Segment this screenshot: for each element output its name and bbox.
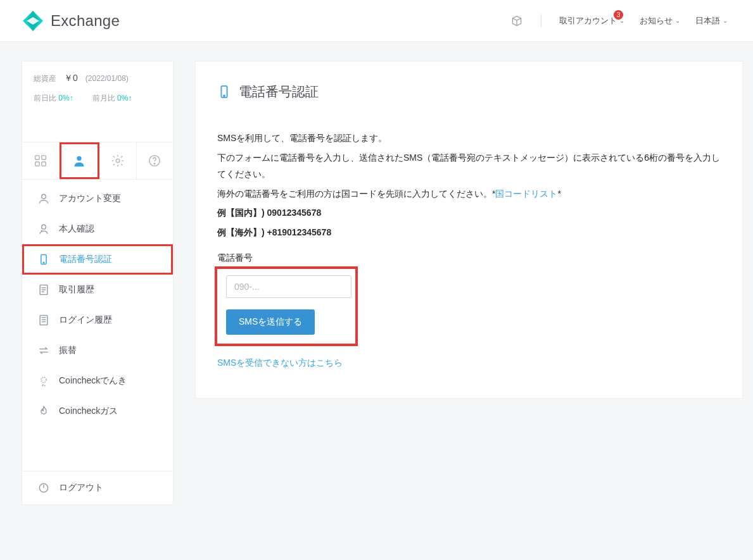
sidebar-item-transfer[interactable]: 振替 (22, 335, 173, 366)
brand-title: Exchange (51, 12, 120, 30)
sidebar-item-label: Coincheckでんき (59, 375, 127, 387)
dod: 前日比 0%↑ (34, 93, 73, 104)
svg-point-20 (224, 96, 225, 97)
phone-icon (217, 83, 231, 101)
svg-rect-4 (42, 156, 46, 159)
chevron-down-icon: ⌄ (675, 17, 680, 24)
sidebar-item-phone-auth[interactable]: 電話番号認証 (22, 244, 173, 275)
grid-icon (34, 154, 47, 168)
example-domestic: 例【国内】) 09012345678 (217, 204, 721, 221)
example-overseas: 例【海外】) +819012345678 (217, 224, 721, 241)
phone-icon (37, 253, 50, 266)
header: Exchange 取引アカウント ⌄ 3 お知らせ ⌄ 日本語 ⌄ (0, 0, 753, 42)
sidebar-item-login-history[interactable]: ログイン履歴 (22, 305, 173, 335)
svg-point-12 (42, 225, 46, 229)
sidebar-item-label: 本人確認 (59, 223, 94, 235)
balance-value: ￥0 (64, 73, 78, 84)
tab-help[interactable] (137, 142, 174, 179)
balance-label: 総資産 (34, 73, 56, 84)
description-2: 下のフォームに電話番号を入力し、送信されたSMS（電話番号宛のテキストメッセージ… (217, 149, 721, 183)
sidebar-item-label: Coincheckガス (59, 406, 118, 417)
gear-icon (111, 154, 125, 168)
chevron-down-icon: ⌄ (723, 17, 728, 24)
sidebar-list: アカウント変更 本人確認 電話番号認証 取引履歴 ログイン履歴 振替 (22, 180, 173, 471)
sidebar-item-coincheck-denki[interactable]: Coincheckでんき (22, 366, 173, 396)
description-1: SMSを利用して、電話番号を認証します。 (217, 130, 721, 147)
svg-point-8 (116, 159, 120, 163)
account-badge: 3 (614, 10, 623, 20)
description-3: 海外の電話番号をご利用の方は国コードを先頭に入力してください。*国コードリスト* (217, 185, 721, 202)
menu-account-label: 取引アカウント (559, 15, 617, 27)
menu-language[interactable]: 日本語 ⌄ (695, 15, 728, 27)
phone-label: 電話番号 (217, 252, 721, 264)
menu-language-label: 日本語 (695, 15, 720, 27)
menu-notice-label: お知らせ (640, 15, 673, 27)
document-icon (37, 283, 50, 296)
user-icon (72, 154, 86, 168)
sidebar: 総資産 ￥0 (2022/01/08) 前日比 0%↑ 前月比 0%↑ (22, 61, 174, 505)
user-small-icon (37, 192, 50, 205)
svg-rect-6 (42, 162, 46, 166)
svg-point-14 (43, 262, 44, 263)
header-right: 取引アカウント ⌄ 3 お知らせ ⌄ 日本語 ⌄ (510, 15, 728, 27)
mom: 前月比 0%↑ (92, 93, 132, 104)
page-title: 電話番号認証 (217, 83, 721, 101)
svg-point-11 (42, 194, 46, 199)
svg-point-17 (41, 377, 46, 382)
page-body: 総資産 ￥0 (2022/01/08) 前日比 0%↑ 前月比 0%↑ (0, 42, 753, 524)
sidebar-item-identity[interactable]: 本人確認 (22, 214, 173, 244)
question-icon (148, 154, 161, 168)
logo[interactable]: Exchange (22, 9, 120, 32)
phone-input[interactable] (226, 275, 351, 298)
balance-date: (2022/01/08) (85, 74, 129, 83)
balance-box: 総資産 ￥0 (2022/01/08) 前日比 0%↑ 前月比 0%↑ (22, 61, 173, 142)
sidebar-item-logout[interactable]: ログアウト (22, 471, 173, 504)
phone-form-highlight: SMSを送信する (215, 266, 358, 346)
svg-point-7 (77, 156, 82, 161)
svg-point-10 (155, 163, 155, 164)
main-card: 電話番号認証 SMSを利用して、電話番号を認証します。 下のフォームに電話番号を… (195, 61, 743, 399)
bulb-icon (37, 375, 50, 387)
sidebar-item-trade-history[interactable]: 取引履歴 (22, 275, 173, 305)
country-code-link[interactable]: 国コードリスト (495, 189, 557, 199)
sidebar-item-label: 電話番号認証 (59, 254, 112, 265)
send-sms-button[interactable]: SMSを送信する (226, 309, 315, 335)
list-icon (37, 314, 50, 327)
svg-rect-5 (35, 162, 39, 166)
power-icon (37, 482, 50, 494)
header-divider (541, 15, 541, 27)
sidebar-item-label: ログアウト (59, 482, 103, 494)
tab-profile[interactable] (60, 142, 100, 179)
transfer-icon (37, 344, 50, 357)
tab-settings[interactable] (99, 142, 137, 179)
sidebar-item-label: 振替 (59, 345, 77, 356)
page-title-text: 電話番号認証 (239, 83, 319, 101)
tab-dashboard[interactable] (22, 142, 60, 179)
logo-icon (22, 9, 44, 32)
sidebar-item-coincheck-gas[interactable]: Coincheckガス (22, 396, 173, 426)
sidebar-item-label: 取引履歴 (59, 284, 94, 296)
menu-notice[interactable]: お知らせ ⌄ (640, 15, 680, 27)
sms-help-link[interactable]: SMSを受信できない方はこちら (217, 358, 343, 369)
apps-icon[interactable] (510, 15, 523, 27)
sidebar-item-label: アカウント変更 (59, 193, 121, 204)
sidebar-tabs (22, 142, 173, 180)
svg-rect-3 (35, 156, 39, 159)
sidebar-item-label: ログイン履歴 (59, 314, 112, 326)
sidebar-item-account-change[interactable]: アカウント変更 (22, 184, 173, 214)
id-icon (37, 223, 50, 235)
svg-rect-16 (40, 316, 47, 325)
menu-account[interactable]: 取引アカウント ⌄ 3 (559, 15, 624, 27)
flame-icon (37, 405, 50, 418)
